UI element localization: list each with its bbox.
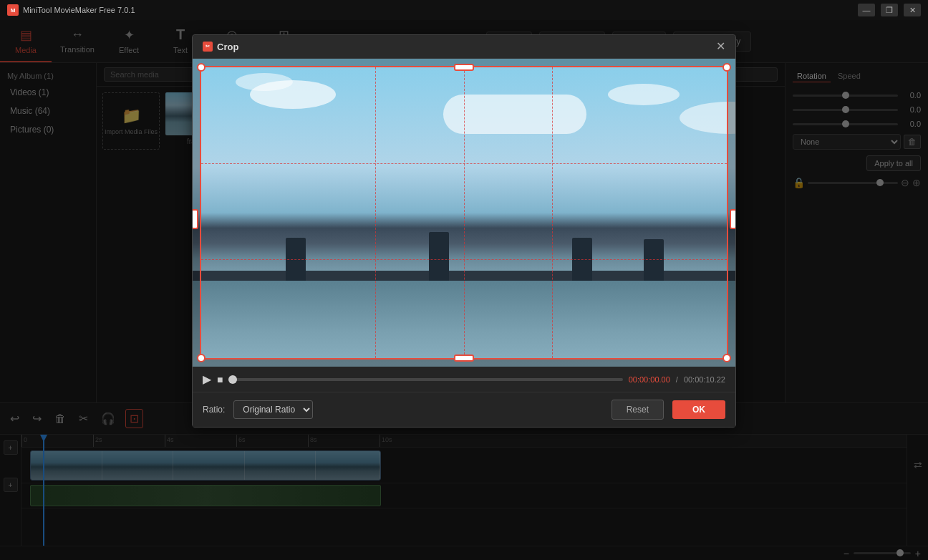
crop-handle-br[interactable] (722, 354, 731, 362)
modal-header: ✂ Crop ✕ (193, 35, 735, 59)
app-title: MiniTool MovieMaker Free 7.0.1 (23, 6, 135, 14)
crop-handle-bm[interactable] (454, 354, 474, 362)
crop-handle-bl[interactable] (197, 354, 206, 362)
crop-controls: ▶ ■ 00:00:00.00 / 00:00:10.22 (193, 367, 735, 392)
progress-thumb (228, 375, 237, 384)
time-separator: / (676, 375, 678, 384)
title-bar-left: M MiniTool MovieMaker Free 7.0.1 (7, 4, 135, 16)
reset-button[interactable]: Reset (612, 400, 664, 420)
progress-bar[interactable] (228, 378, 622, 381)
play-button[interactable]: ▶ (203, 372, 211, 386)
current-time: 00:00:00.00 (629, 375, 670, 384)
close-button[interactable]: ✕ (904, 4, 921, 16)
minimize-button[interactable]: — (858, 4, 875, 16)
stop-button[interactable]: ■ (217, 374, 223, 385)
modal-title: ✂ Crop (203, 42, 238, 52)
crop-handle-ml[interactable] (193, 209, 198, 229)
crop-selection-box[interactable] (200, 66, 728, 359)
modal-overlay: ✂ Crop ✕ (0, 20, 928, 560)
crop-handle-tl[interactable] (197, 63, 206, 72)
crop-handle-tm[interactable] (454, 64, 474, 71)
crop-preview (193, 59, 735, 367)
total-time: 00:00:10.22 (684, 375, 725, 384)
app-logo: M (7, 4, 19, 16)
restore-button[interactable]: ❐ (881, 4, 898, 16)
ok-button[interactable]: OK (672, 400, 725, 419)
crop-modal: ✂ Crop ✕ (192, 34, 736, 428)
ratio-label: Ratio: (203, 405, 225, 415)
crop-icon: ✂ (203, 42, 213, 52)
ratio-dropdown[interactable]: Original Ratio 16:9 4:3 1:1 9:16 (233, 400, 313, 419)
crop-footer: Ratio: Original Ratio 16:9 4:3 1:1 9:16 … (193, 392, 735, 427)
crop-vline-center (464, 67, 465, 358)
title-bar: M MiniTool MovieMaker Free 7.0.1 — ❐ ✕ (0, 0, 928, 20)
window-controls: — ❐ ✕ (858, 4, 921, 16)
crop-handle-mr[interactable] (730, 209, 735, 229)
crop-handle-tr[interactable] (722, 63, 731, 72)
modal-close-button[interactable]: ✕ (716, 41, 725, 52)
